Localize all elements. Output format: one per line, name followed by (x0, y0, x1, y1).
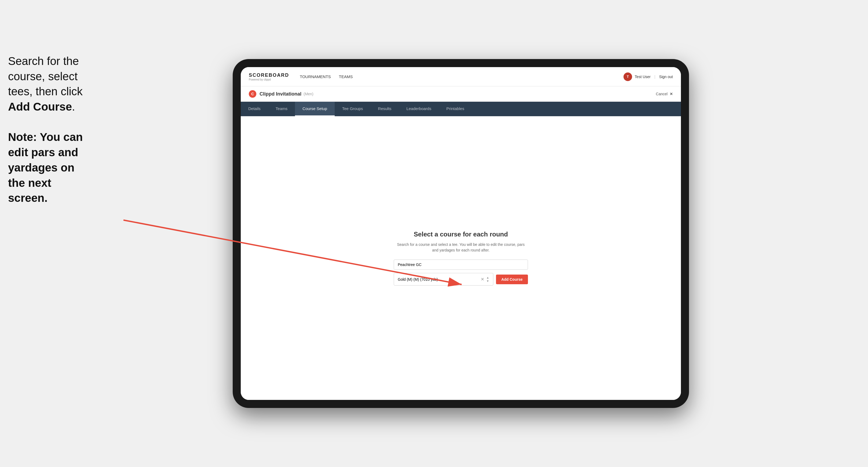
separator: | (654, 74, 655, 79)
annotation-line4-end: . (72, 100, 75, 113)
tee-select-label: Gold (M) (M) (7010 yds) (398, 277, 438, 282)
tab-bar: Details Teams Course Setup Tee Groups Re… (241, 102, 681, 116)
annotation-line1: Search for the (8, 55, 79, 67)
user-name: Test User (635, 74, 651, 79)
tee-clear-icon[interactable]: ✕ (481, 277, 484, 282)
tournament-icon: C (249, 90, 256, 98)
tee-chevron-icons: ▲ ▼ (486, 276, 489, 283)
cancel-button[interactable]: Cancel ✕ (656, 92, 673, 96)
top-nav-links: TOURNAMENTS TEAMS (300, 74, 623, 79)
logo-subtitle: Powered by clippd (249, 78, 289, 81)
tab-leaderboards[interactable]: Leaderboards (399, 102, 439, 116)
user-menu: T Test User | Sign out (623, 72, 673, 81)
tab-tee-groups[interactable]: Tee Groups (335, 102, 371, 116)
annotation-line2: course, select (8, 70, 78, 83)
annotation-note-label: Note: (8, 131, 40, 143)
tournament-header: C Clippd Invitational (Men) Cancel ✕ (241, 86, 681, 102)
tab-details[interactable]: Details (241, 102, 268, 116)
nav-link-tournaments[interactable]: TOURNAMENTS (300, 74, 331, 79)
nav-link-teams[interactable]: TEAMS (339, 74, 353, 79)
top-navigation: SCOREBOARD Powered by clippd TOURNAMENTS… (241, 67, 681, 86)
annotation-line4-bold: Add Course (8, 100, 72, 113)
course-search-input[interactable] (394, 259, 528, 270)
tee-select-row: Gold (M) (M) (7010 yds) ✕ ▲ ▼ Add Course (394, 273, 528, 286)
cancel-x-icon: ✕ (670, 92, 673, 96)
annotation-block: Search for the course, select tees, then… (8, 54, 83, 206)
add-course-button[interactable]: Add Course (496, 275, 528, 284)
annotation-line3: tees, then click (8, 85, 83, 98)
user-avatar: T (623, 72, 632, 81)
tab-printables[interactable]: Printables (439, 102, 472, 116)
tee-select-dropdown[interactable]: Gold (M) (M) (7010 yds) ✕ ▲ ▼ (394, 273, 493, 286)
tablet-device: SCOREBOARD Powered by clippd TOURNAMENTS… (233, 59, 689, 408)
main-content: Select a course for each round Search fo… (241, 116, 681, 400)
sign-out-link[interactable]: Sign out (659, 74, 673, 79)
card-description: Search for a course and select a tee. Yo… (394, 242, 528, 253)
logo-title: SCOREBOARD (249, 72, 289, 78)
course-select-card: Select a course for each round Search fo… (394, 230, 528, 286)
tab-results[interactable]: Results (370, 102, 399, 116)
app-logo: SCOREBOARD Powered by clippd (249, 72, 289, 81)
tournament-title: Clippd Invitational (259, 91, 302, 97)
card-title: Select a course for each round (394, 230, 528, 238)
tab-course-setup[interactable]: Course Setup (295, 102, 335, 116)
tablet-screen: SCOREBOARD Powered by clippd TOURNAMENTS… (241, 67, 681, 400)
tab-teams[interactable]: Teams (268, 102, 295, 116)
tournament-badge: (Men) (304, 92, 313, 96)
